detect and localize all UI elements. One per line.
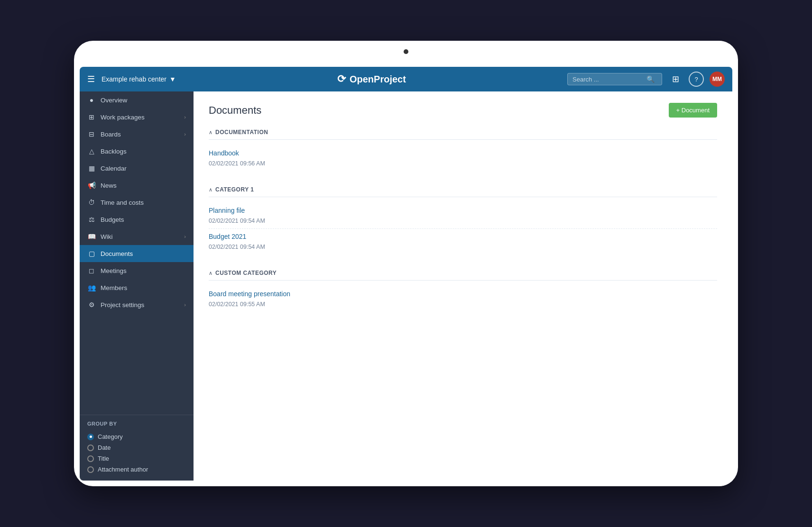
sidebar-item-label: Backlogs (101, 148, 186, 155)
radio-date-circle (87, 445, 94, 451)
hamburger-icon[interactable]: ☰ (87, 74, 95, 84)
documents-icon: ▢ (87, 250, 96, 257)
time-costs-icon: ⏱ (87, 199, 96, 206)
project-dropdown[interactable]: Example rehab center ▼ (102, 75, 176, 83)
radio-label-category: Category (98, 433, 123, 440)
add-document-button[interactable]: + Document (669, 103, 717, 118)
search-input[interactable] (572, 76, 644, 83)
radio-category[interactable]: Category (87, 431, 186, 442)
sidebar-item-calendar[interactable]: ▦ Calendar (80, 160, 194, 177)
radio-title-circle (87, 455, 94, 462)
wiki-icon: 📖 (87, 233, 96, 240)
sidebar-item-documents[interactable]: ▢ Documents (80, 245, 194, 262)
section-title-documentation: DOCUMENTATION (215, 129, 268, 136)
sidebar-item-label: Budgets (101, 216, 186, 223)
sidebar-item-overview[interactable]: ● Overview (80, 91, 194, 109)
doc-link-budget-2021[interactable]: Budget 2021 (209, 233, 717, 240)
logo-icon: ⟳ (337, 73, 346, 85)
backlogs-icon: △ (87, 147, 96, 155)
sidebar-item-time-costs[interactable]: ⏱ Time and costs (80, 194, 194, 211)
content-area: Documents + Document ∧ DOCUMENTATION Han… (194, 91, 732, 481)
radio-label-title: Title (98, 455, 109, 462)
chevron-right-icon: › (184, 302, 186, 308)
navbar-left: ☰ Example rehab center ▼ (87, 74, 176, 84)
collapse-icon[interactable]: ∧ (209, 187, 212, 193)
doc-date-handbook: 02/02/2021 09:56 AM (209, 160, 265, 167)
app-container: ☰ Example rehab center ▼ ⟳ OpenProject 🔍… (80, 67, 732, 481)
sidebar-item-label: Members (101, 284, 186, 291)
radio-attachment-author[interactable]: Attachment author (87, 464, 186, 475)
dropdown-arrow-icon: ▼ (169, 75, 176, 83)
radio-label-attachment-author: Attachment author (98, 466, 148, 473)
brand-logo: ⟳ OpenProject (337, 73, 406, 85)
group-by-section: GROUP BY Category Date Title (80, 415, 194, 481)
section-header-documentation: ∧ DOCUMENTATION (209, 129, 717, 140)
navbar-center: ⟳ OpenProject (176, 73, 567, 85)
page-header: Documents + Document (209, 103, 717, 118)
members-icon: 👥 (87, 284, 96, 291)
calendar-icon: ▦ (87, 164, 96, 172)
project-settings-icon: ⚙ (87, 301, 96, 309)
collapse-icon[interactable]: ∧ (209, 129, 212, 136)
sidebar-nav: ● Overview ⊞ Work packages › ⊟ Boards › (80, 91, 194, 415)
radio-category-circle (87, 434, 94, 440)
sidebar-item-boards[interactable]: ⊟ Boards › (80, 126, 194, 143)
help-icon[interactable]: ? (689, 72, 704, 87)
doc-item-planning-file: Planning file 02/02/2021 09:54 AM (209, 203, 717, 229)
navbar: ☰ Example rehab center ▼ ⟳ OpenProject 🔍… (80, 67, 732, 91)
collapse-icon[interactable]: ∧ (209, 270, 212, 276)
chevron-right-icon: › (184, 131, 186, 137)
doc-section-documentation: ∧ DOCUMENTATION Handbook 02/02/2021 09:5… (209, 129, 717, 171)
section-header-custom-category: ∧ CUSTOM CATEGORY (209, 270, 717, 281)
overview-icon: ● (87, 96, 96, 104)
doc-link-planning-file[interactable]: Planning file (209, 207, 717, 214)
boards-icon: ⊟ (87, 130, 96, 138)
section-title-custom-category: CUSTOM CATEGORY (215, 270, 277, 276)
sidebar-item-label: Time and costs (101, 199, 186, 206)
doc-link-handbook[interactable]: Handbook (209, 149, 717, 157)
section-title-category1: CATEGORY 1 (215, 186, 254, 193)
doc-section-category1: ∧ CATEGORY 1 Planning file 02/02/2021 09… (209, 186, 717, 254)
page-title: Documents (209, 104, 261, 117)
sidebar-item-backlogs[interactable]: △ Backlogs (80, 143, 194, 160)
search-box[interactable]: 🔍 (567, 73, 662, 85)
chevron-right-icon: › (184, 234, 186, 239)
sidebar: ● Overview ⊞ Work packages › ⊟ Boards › (80, 91, 194, 481)
project-name: Example rehab center (102, 75, 166, 83)
news-icon: 📢 (87, 182, 96, 189)
radio-date[interactable]: Date (87, 442, 186, 453)
doc-item-budget-2021: Budget 2021 02/02/2021 09:54 AM (209, 229, 717, 254)
avatar[interactable]: MM (710, 72, 725, 87)
doc-date-board-meeting: 02/02/2021 09:55 AM (209, 301, 265, 308)
sidebar-item-label: Boards (101, 131, 179, 138)
sidebar-item-work-packages[interactable]: ⊞ Work packages › (80, 109, 194, 126)
sidebar-item-label: Documents (101, 250, 186, 257)
sidebar-item-label: Work packages (101, 114, 179, 121)
sidebar-item-label: Calendar (101, 165, 186, 172)
brand-name: OpenProject (350, 74, 406, 85)
budgets-icon: ⚖ (87, 216, 96, 223)
radio-label-date: Date (98, 444, 111, 451)
sidebar-item-budgets[interactable]: ⚖ Budgets (80, 211, 194, 228)
navbar-right: 🔍 ⊞ ? MM (567, 72, 725, 87)
work-packages-icon: ⊞ (87, 113, 96, 121)
radio-attachment-author-circle (87, 466, 94, 473)
sidebar-item-wiki[interactable]: 📖 Wiki › (80, 228, 194, 245)
search-icon: 🔍 (646, 75, 655, 83)
sidebar-item-project-settings[interactable]: ⚙ Project settings › (80, 296, 194, 313)
sidebar-item-label: Meetings (101, 267, 186, 274)
sidebar-item-meetings[interactable]: ◻ Meetings (80, 262, 194, 279)
meetings-icon: ◻ (87, 267, 96, 274)
apps-icon[interactable]: ⊞ (668, 72, 683, 87)
chevron-right-icon: › (184, 114, 186, 120)
sidebar-item-label: News (101, 182, 186, 189)
doc-item-board-meeting: Board meeting presentation 02/02/2021 09… (209, 286, 717, 312)
sidebar-item-members[interactable]: 👥 Members (80, 279, 194, 296)
sidebar-item-label: Project settings (101, 301, 179, 309)
group-by-title: GROUP BY (87, 421, 186, 427)
sidebar-item-news[interactable]: 📢 News (80, 177, 194, 194)
doc-link-board-meeting[interactable]: Board meeting presentation (209, 290, 717, 298)
main-layout: ● Overview ⊞ Work packages › ⊟ Boards › (80, 91, 732, 481)
radio-title[interactable]: Title (87, 453, 186, 464)
doc-item-handbook: Handbook 02/02/2021 09:56 AM (209, 145, 717, 171)
